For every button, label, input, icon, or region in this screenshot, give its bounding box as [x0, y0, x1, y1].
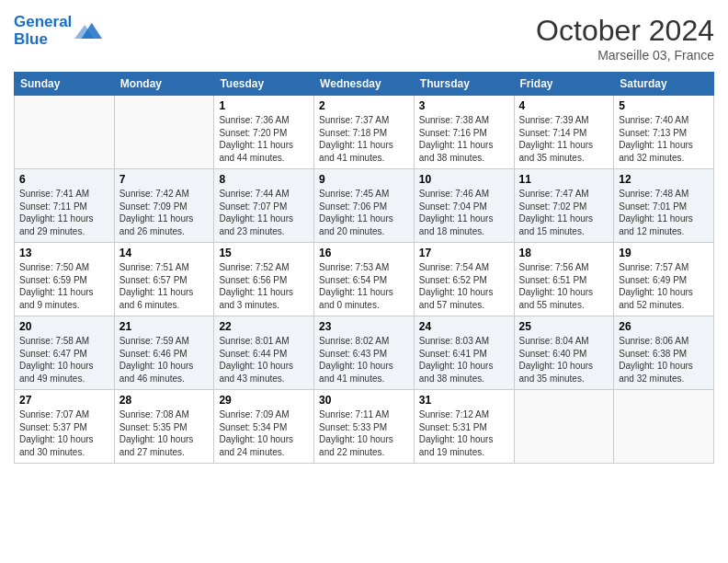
sunset-text: Sunset: 7:11 PM [19, 201, 87, 212]
title-area: October 2024 Marseille 03, France [536, 14, 714, 63]
calendar-cell: 27Sunrise: 7:07 AMSunset: 5:37 PMDayligh… [15, 390, 115, 464]
daylight-text: Daylight: 11 hours and 20 minutes. [319, 213, 393, 236]
calendar-cell: 19Sunrise: 7:57 AMSunset: 6:49 PMDayligh… [614, 243, 714, 316]
calendar-cell: 31Sunrise: 7:12 AMSunset: 5:31 PMDayligh… [414, 390, 514, 464]
cell-content: Sunrise: 7:37 AMSunset: 7:18 PMDaylight:… [319, 114, 409, 164]
daylight-text: Daylight: 10 hours and 38 minutes. [419, 361, 494, 384]
calendar-cell: 25Sunrise: 8:04 AMSunset: 6:40 PMDayligh… [514, 316, 614, 390]
day-number: 1 [219, 99, 309, 112]
header-thursday: Thursday [414, 73, 514, 96]
calendar-cell: 16Sunrise: 7:53 AMSunset: 6:54 PMDayligh… [314, 243, 415, 316]
day-number: 9 [319, 173, 409, 186]
calendar-week-2: 13Sunrise: 7:50 AMSunset: 6:59 PMDayligh… [15, 243, 714, 316]
cell-content: Sunrise: 7:57 AMSunset: 6:49 PMDaylight:… [619, 261, 709, 311]
calendar-cell: 5Sunrise: 7:40 AMSunset: 7:13 PMDaylight… [614, 96, 714, 169]
logo-general: General [14, 13, 72, 30]
calendar-cell: 29Sunrise: 7:09 AMSunset: 5:34 PMDayligh… [214, 390, 314, 464]
daylight-text: Daylight: 10 hours and 19 minutes. [419, 434, 494, 457]
calendar-header: Sunday Monday Tuesday Wednesday Thursday… [15, 73, 714, 96]
sunrise-text: Sunrise: 7:11 AM [319, 409, 389, 419]
daylight-text: Daylight: 11 hours and 3 minutes. [219, 287, 293, 310]
sunset-text: Sunset: 6:59 PM [19, 275, 87, 285]
daylight-text: Daylight: 10 hours and 22 minutes. [319, 434, 393, 457]
calendar: Sunday Monday Tuesday Wednesday Thursday… [14, 72, 714, 464]
sunset-text: Sunset: 6:47 PM [19, 349, 87, 359]
daylight-text: Daylight: 10 hours and 57 minutes. [419, 287, 494, 310]
header-wednesday: Wednesday [314, 73, 415, 96]
logo-icon [74, 17, 102, 45]
cell-content: Sunrise: 8:04 AMSunset: 6:40 PMDaylight:… [519, 335, 609, 385]
calendar-cell: 21Sunrise: 7:59 AMSunset: 6:46 PMDayligh… [114, 316, 214, 390]
day-number: 17 [419, 247, 509, 259]
sunset-text: Sunset: 7:14 PM [519, 128, 587, 138]
sunrise-text: Sunrise: 7:40 AM [619, 115, 688, 125]
cell-content: Sunrise: 7:51 AMSunset: 6:57 PMDaylight:… [119, 261, 210, 311]
sunrise-text: Sunrise: 7:42 AM [119, 189, 189, 199]
sunset-text: Sunset: 6:40 PM [519, 349, 587, 359]
sunset-text: Sunset: 6:38 PM [619, 349, 687, 359]
calendar-cell: 11Sunrise: 7:47 AMSunset: 7:02 PMDayligh… [514, 169, 614, 243]
sunset-text: Sunset: 7:06 PM [319, 201, 387, 212]
calendar-week-1: 6Sunrise: 7:41 AMSunset: 7:11 PMDaylight… [15, 169, 714, 243]
daylight-text: Daylight: 10 hours and 52 minutes. [619, 287, 693, 310]
sunrise-text: Sunrise: 7:46 AM [419, 189, 489, 199]
sunset-text: Sunset: 7:20 PM [219, 128, 287, 138]
day-number: 20 [19, 320, 109, 333]
day-number: 10 [419, 173, 509, 186]
cell-content: Sunrise: 7:45 AMSunset: 7:06 PMDaylight:… [319, 188, 409, 237]
sunrise-text: Sunrise: 7:48 AM [619, 189, 688, 199]
sunrise-text: Sunrise: 7:09 AM [219, 409, 289, 419]
daylight-text: Daylight: 11 hours and 23 minutes. [219, 213, 293, 236]
cell-content: Sunrise: 7:50 AMSunset: 6:59 PMDaylight:… [19, 261, 109, 311]
daylight-text: Daylight: 10 hours and 24 minutes. [219, 434, 293, 457]
cell-content: Sunrise: 7:56 AMSunset: 6:51 PMDaylight:… [519, 261, 609, 311]
day-number: 14 [119, 247, 210, 259]
location: Marseille 03, France [536, 48, 714, 63]
daylight-text: Daylight: 10 hours and 35 minutes. [519, 361, 594, 384]
calendar-cell: 4Sunrise: 7:39 AMSunset: 7:14 PMDaylight… [514, 96, 614, 169]
sunrise-text: Sunrise: 7:07 AM [19, 409, 89, 419]
header-sunday: Sunday [15, 73, 115, 96]
daylight-text: Daylight: 11 hours and 18 minutes. [419, 213, 494, 236]
sunrise-text: Sunrise: 8:06 AM [619, 336, 688, 346]
sunset-text: Sunset: 7:01 PM [619, 201, 687, 212]
daylight-text: Daylight: 11 hours and 44 minutes. [219, 140, 293, 163]
calendar-cell: 14Sunrise: 7:51 AMSunset: 6:57 PMDayligh… [114, 243, 214, 316]
daylight-text: Daylight: 11 hours and 29 minutes. [19, 213, 94, 236]
calendar-cell: 3Sunrise: 7:38 AMSunset: 7:16 PMDaylight… [414, 96, 514, 169]
calendar-cell: 9Sunrise: 7:45 AMSunset: 7:06 PMDaylight… [314, 169, 415, 243]
sunset-text: Sunset: 6:46 PM [119, 349, 188, 359]
day-number: 22 [219, 320, 309, 333]
cell-content: Sunrise: 7:46 AMSunset: 7:04 PMDaylight:… [419, 188, 509, 237]
day-number: 6 [19, 173, 109, 186]
cell-content: Sunrise: 7:39 AMSunset: 7:14 PMDaylight:… [519, 114, 609, 164]
logo-line1: General [14, 14, 72, 31]
day-number: 24 [419, 320, 509, 333]
sunrise-text: Sunrise: 7:57 AM [619, 262, 688, 272]
sunrise-text: Sunrise: 7:58 AM [19, 336, 89, 346]
calendar-cell [514, 390, 614, 464]
daylight-text: Daylight: 10 hours and 49 minutes. [19, 361, 94, 384]
cell-content: Sunrise: 7:42 AMSunset: 7:09 PMDaylight:… [119, 188, 210, 237]
sunrise-text: Sunrise: 7:52 AM [219, 262, 289, 272]
day-number: 21 [119, 320, 210, 333]
cell-content: Sunrise: 7:58 AMSunset: 6:47 PMDaylight:… [19, 335, 109, 385]
calendar-cell: 8Sunrise: 7:44 AMSunset: 7:07 PMDaylight… [214, 169, 314, 243]
cell-content: Sunrise: 7:07 AMSunset: 5:37 PMDaylight:… [19, 408, 109, 458]
cell-content: Sunrise: 8:06 AMSunset: 6:38 PMDaylight:… [619, 335, 709, 385]
calendar-cell [614, 390, 714, 464]
cell-content: Sunrise: 7:40 AMSunset: 7:13 PMDaylight:… [619, 114, 709, 164]
daylight-text: Daylight: 10 hours and 55 minutes. [519, 287, 594, 310]
day-number: 16 [319, 247, 409, 259]
sunset-text: Sunset: 6:51 PM [519, 275, 587, 285]
day-number: 12 [619, 173, 709, 186]
calendar-cell: 18Sunrise: 7:56 AMSunset: 6:51 PMDayligh… [514, 243, 614, 316]
calendar-cell [15, 96, 115, 169]
daylight-text: Daylight: 11 hours and 9 minutes. [19, 287, 94, 310]
day-number: 28 [119, 394, 210, 407]
sunrise-text: Sunrise: 7:56 AM [519, 262, 589, 272]
calendar-cell: 15Sunrise: 7:52 AMSunset: 6:56 PMDayligh… [214, 243, 314, 316]
header-monday: Monday [114, 73, 214, 96]
sunset-text: Sunset: 6:41 PM [419, 349, 487, 359]
cell-content: Sunrise: 7:47 AMSunset: 7:02 PMDaylight:… [519, 188, 609, 237]
